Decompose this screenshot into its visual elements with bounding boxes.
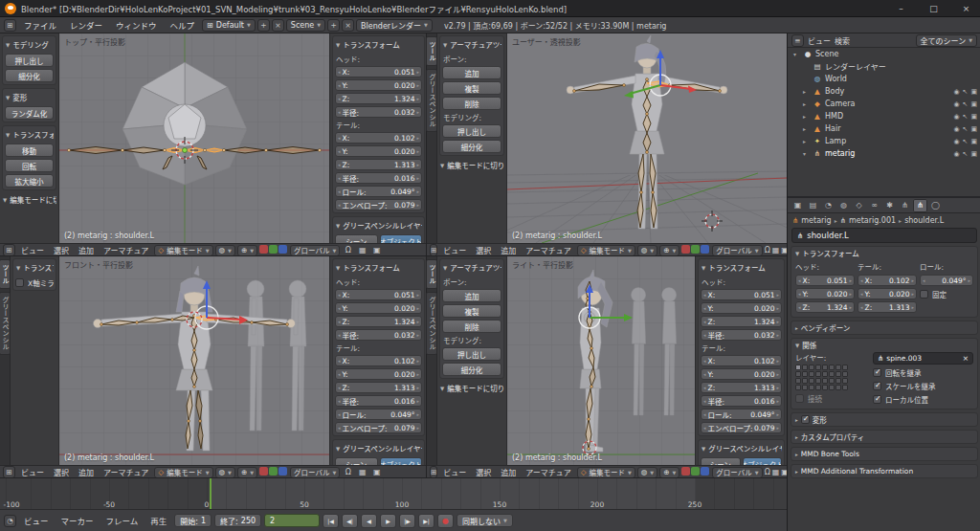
menu-add[interactable]: 追加 (497, 245, 520, 255)
shelf-tab-tools[interactable]: ツール (426, 36, 437, 66)
delete-bone-button[interactable]: 削除 (442, 320, 501, 333)
expand-icon[interactable]: ▸ (803, 138, 810, 144)
bone-layer-cell[interactable] (809, 371, 814, 377)
sync-mode-selector[interactable]: 同期しない▼ (457, 514, 513, 527)
panel-header-modeling[interactable]: ▼モデリング (5, 38, 54, 52)
gp-object-toggle[interactable]: オブジェクト (380, 234, 423, 243)
panel-header-grease-pencil[interactable]: ▼グリースペンシルレイヤー (335, 442, 422, 455)
gp-scene-toggle[interactable]: シーン (335, 234, 378, 243)
expand-icon[interactable]: ▸ (803, 88, 810, 95)
play-button[interactable]: ▶ (380, 514, 396, 528)
bone-layer-cell[interactable] (802, 378, 808, 384)
bone-layer-cell[interactable] (835, 378, 841, 384)
selectability-icon[interactable]: ↖ (963, 113, 969, 121)
bone-layer-cell[interactable] (829, 365, 835, 370)
editor-type-icon[interactable]: ⊞ (3, 244, 15, 256)
bone-layer-cell[interactable] (795, 378, 801, 384)
tab-bone[interactable]: ⋔ (913, 199, 927, 212)
menu-add[interactable]: 追加 (497, 467, 520, 477)
minimize-button[interactable]: – (887, 0, 915, 17)
roll-field[interactable]: 0.049° (920, 275, 973, 286)
panel-header-switch-edit[interactable]: ▼編集モードに切り替え (439, 382, 504, 395)
local-location-checkbox[interactable] (873, 395, 881, 404)
outliner-menu-search[interactable]: 検索 (835, 35, 850, 46)
scale-button[interactable]: 拡大縮小 (5, 174, 54, 188)
shading-selector[interactable]: ◍▼ (637, 467, 657, 478)
bone-layer-cell[interactable] (835, 371, 841, 377)
rotate-button[interactable]: 回転 (5, 159, 54, 172)
panel-collapse-icon[interactable]: ▼ (6, 132, 10, 138)
deform-checkbox[interactable] (801, 415, 810, 424)
viewport-canvas-persp[interactable]: ユーザー・透視投影 (2) metarig : shoulder.L (507, 33, 787, 243)
panel-collapse-icon[interactable]: ▸ (795, 434, 798, 440)
extrude-button[interactable]: 押し出し (442, 124, 501, 138)
menu-add[interactable]: 追加 (75, 467, 98, 477)
lock-checkbox[interactable] (920, 290, 928, 299)
outliner-item-render-layers[interactable]: ▤レンダーレイヤー (788, 60, 980, 73)
clear-parent-icon[interactable]: × (963, 354, 969, 363)
tab-modifiers[interactable]: ✱ (882, 199, 897, 212)
editor-type-icon[interactable]: ⊞ (430, 244, 437, 256)
panel-collapse-icon[interactable]: ▼ (702, 446, 705, 452)
shelf-tab-grease-pencil[interactable]: グリースペンシル (426, 69, 437, 132)
renderability-icon[interactable]: ▣ (970, 88, 977, 96)
gp-object-toggle[interactable]: オブジェクト (380, 457, 423, 465)
outliner-item-scene[interactable]: ▾●Scene (788, 48, 980, 60)
tab-constraints[interactable]: ∞ (867, 199, 881, 212)
bone-layer-cell[interactable] (802, 365, 808, 370)
maximize-button[interactable]: □ (920, 0, 947, 17)
head-x-field[interactable]: X:0.051 (795, 275, 855, 286)
tail-z-field[interactable]: Z:1.313 (335, 159, 422, 170)
record-button[interactable]: ● (437, 514, 454, 528)
menu-window[interactable]: ウィンドウ (110, 19, 163, 31)
panel-collapse-icon[interactable]: ▼ (702, 265, 705, 271)
panel-header-deform[interactable]: ▼変形 (5, 91, 54, 104)
randomize-button[interactable]: ランダム化 (5, 106, 54, 120)
tab-world[interactable]: ◍ (836, 199, 851, 212)
tail-y-field[interactable]: Y:0.020 (701, 368, 782, 380)
viewport-canvas-top[interactable]: トップ・平行投影 (2) metarig : shoulder.L (59, 33, 329, 243)
visibility-eye-icon[interactable]: ◉ (953, 125, 959, 133)
bone-layer-cell[interactable] (842, 385, 848, 390)
expand-icon[interactable]: ▸ (803, 113, 810, 120)
outliner-item-world[interactable]: ◍World (788, 73, 980, 85)
head-x-field[interactable]: X:0.051 (701, 289, 782, 300)
panel-header-bendy-bones[interactable]: ▸ベンディボーン (791, 321, 977, 334)
visibility-eye-icon[interactable]: ◉ (953, 138, 959, 145)
menu-file[interactable]: ファイル (18, 19, 62, 31)
head-y-field[interactable]: Y:0.020 (335, 302, 422, 314)
panel-collapse-icon[interactable]: ▼ (795, 251, 799, 256)
expand-icon[interactable]: ▾ (793, 51, 800, 57)
snap-magnet-icon[interactable]: Ω (342, 467, 354, 478)
subdivide-button[interactable]: 細分化 (5, 69, 54, 82)
selectability-icon[interactable]: ↖ (963, 125, 969, 133)
rotate-manipulator-icon[interactable] (691, 245, 700, 254)
panel-collapse-icon[interactable]: ▼ (443, 42, 447, 48)
panel-header-transform[interactable]: ▼トランスフォーム (335, 261, 422, 275)
bone-layer-cell[interactable] (815, 371, 821, 377)
add-scene-button[interactable]: + (327, 19, 340, 32)
panel-collapse-icon[interactable]: ▼ (336, 223, 340, 229)
outliner-menu-view[interactable]: ビュー (808, 35, 831, 46)
shading-selector[interactable]: ◍▼ (215, 245, 235, 256)
renderability-icon[interactable]: ▣ (970, 138, 977, 145)
tail-radius-field[interactable]: 半径:0.016 (335, 395, 422, 407)
menu-view[interactable]: ビュー (439, 467, 470, 477)
scale-manipulator-icon[interactable] (278, 245, 287, 254)
bone-layer-cell[interactable] (795, 365, 801, 370)
tail-y-field[interactable]: Y:0.020 (335, 368, 422, 380)
snap-magnet-icon[interactable]: Ω (765, 245, 770, 256)
bone-layer-cell[interactable] (842, 371, 848, 377)
head-y-field[interactable]: Y:0.020 (795, 288, 855, 299)
bone-layer-cell[interactable] (842, 378, 848, 384)
bone-layer-cell[interactable] (835, 385, 841, 390)
menu-select[interactable]: 選択 (472, 467, 495, 477)
tail-x-field[interactable]: X:0.102 (335, 132, 422, 144)
inherit-rotation-checkbox[interactable] (873, 368, 881, 377)
breadcrumb-bone[interactable]: shoulder.L (904, 216, 944, 225)
envelope-field[interactable]: エンベロープ:0.079 (335, 422, 422, 433)
tab-render-layers[interactable]: ▤ (806, 199, 820, 212)
tail-z-field[interactable]: Z:1.313 (335, 382, 422, 393)
render-view-icon[interactable]: ▣ (370, 245, 383, 256)
shelf-tab-grease-pencil[interactable]: グリースペンシル (426, 292, 437, 355)
